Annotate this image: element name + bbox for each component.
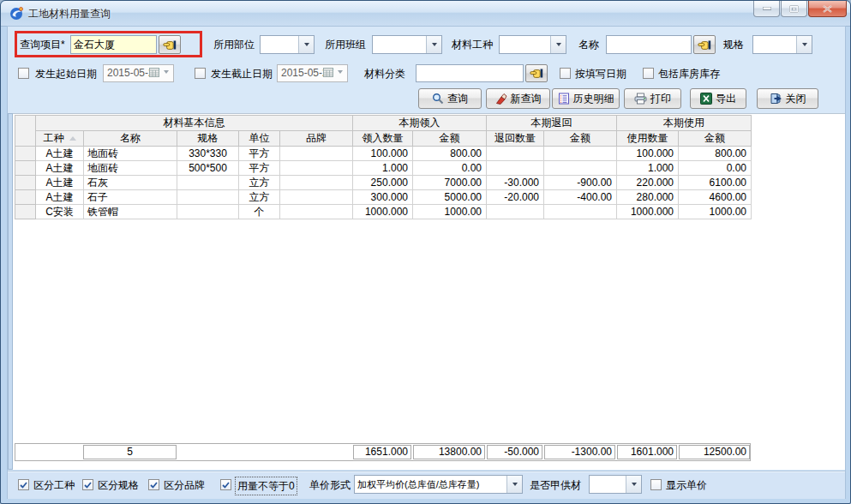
end-date-checkbox[interactable] bbox=[195, 68, 206, 79]
query-button[interactable]: 查询 bbox=[418, 88, 482, 109]
cell[interactable]: 500*500 bbox=[177, 161, 239, 176]
cell[interactable]: 800.00 bbox=[413, 147, 487, 161]
close-button[interactable] bbox=[808, 1, 847, 17]
cell[interactable]: -400.00 bbox=[544, 190, 617, 205]
col-header-ret-qty[interactable]: 退回数量 bbox=[487, 131, 544, 147]
cell[interactable]: 地面砖 bbox=[84, 161, 177, 176]
cell[interactable]: -20.000 bbox=[487, 190, 544, 205]
cell[interactable]: 铁管帽 bbox=[84, 205, 177, 219]
cell[interactable] bbox=[280, 176, 353, 190]
end-date-field[interactable]: 2015-05-27 bbox=[277, 64, 348, 82]
new-query-button[interactable]: 新查询 bbox=[486, 88, 550, 109]
cell[interactable]: 立方 bbox=[239, 176, 280, 190]
cell[interactable]: 100.000 bbox=[617, 147, 679, 161]
cell[interactable]: 0.00 bbox=[413, 161, 487, 176]
project-picker-button[interactable] bbox=[159, 35, 181, 54]
cell[interactable] bbox=[177, 190, 239, 205]
cell[interactable]: 平方 bbox=[239, 147, 280, 161]
category-input[interactable] bbox=[416, 64, 524, 82]
cell[interactable]: 1.000 bbox=[617, 161, 679, 176]
cell[interactable]: -30.000 bbox=[487, 176, 544, 190]
by-fill-date-checkbox[interactable] bbox=[560, 68, 571, 79]
cell[interactable]: 1000.00 bbox=[679, 205, 752, 219]
cell[interactable]: 石灰 bbox=[84, 176, 177, 190]
export-button[interactable]: 导出 bbox=[690, 88, 746, 109]
col-header-name[interactable]: 名称 bbox=[84, 131, 177, 147]
cell[interactable]: 1000.00 bbox=[413, 205, 487, 219]
cell[interactable]: A土建 bbox=[36, 161, 84, 176]
split-trade-checkbox[interactable] bbox=[18, 479, 29, 490]
cell[interactable]: 平方 bbox=[239, 161, 280, 176]
cell[interactable]: -900.00 bbox=[544, 176, 617, 190]
cell[interactable]: 220.000 bbox=[617, 176, 679, 190]
cell[interactable]: 立方 bbox=[239, 190, 280, 205]
cell[interactable]: 1000.000 bbox=[353, 205, 413, 219]
cell[interactable]: 石子 bbox=[84, 190, 177, 205]
col-header-ret-amt[interactable]: 金额 bbox=[544, 131, 617, 147]
minimize-button[interactable] bbox=[753, 1, 780, 17]
project-input[interactable] bbox=[70, 35, 157, 54]
cell[interactable] bbox=[487, 161, 544, 176]
cell[interactable]: 250.000 bbox=[353, 176, 413, 190]
cell[interactable]: 1.000 bbox=[353, 161, 413, 176]
cell[interactable]: 1000.000 bbox=[617, 205, 679, 219]
part-combo[interactable] bbox=[260, 35, 315, 54]
cell[interactable] bbox=[280, 205, 353, 219]
col-header-brand[interactable]: 品牌 bbox=[280, 131, 353, 147]
cell[interactable]: 300.000 bbox=[353, 190, 413, 205]
print-button[interactable]: 打印 bbox=[624, 88, 681, 109]
cell[interactable] bbox=[544, 147, 617, 161]
spec-combo[interactable] bbox=[752, 35, 812, 54]
include-warehouse-checkbox[interactable] bbox=[643, 68, 654, 79]
cell[interactable]: 280.000 bbox=[617, 190, 679, 205]
cell[interactable] bbox=[280, 161, 353, 176]
col-header-use-amt[interactable]: 金额 bbox=[679, 131, 752, 147]
col-header-spec[interactable]: 规格 bbox=[177, 131, 239, 147]
cell[interactable]: 330*330 bbox=[177, 147, 239, 161]
owner-supplied-combo[interactable] bbox=[589, 475, 642, 494]
row-selector[interactable] bbox=[15, 161, 36, 176]
cell[interactable]: 100.000 bbox=[353, 147, 413, 161]
close-form-button[interactable]: 关闭 bbox=[757, 88, 818, 109]
cell[interactable]: 地面砖 bbox=[84, 147, 177, 161]
cell[interactable]: 0.00 bbox=[679, 161, 752, 176]
col-header-use-qty[interactable]: 使用数量 bbox=[617, 131, 679, 147]
cell[interactable]: 4600.00 bbox=[679, 190, 752, 205]
history-detail-button[interactable]: 历史明细 bbox=[552, 88, 620, 109]
cell[interactable]: C安装 bbox=[36, 205, 84, 219]
cell[interactable] bbox=[487, 147, 544, 161]
row-selector[interactable] bbox=[15, 176, 36, 190]
cell[interactable]: A土建 bbox=[36, 190, 84, 205]
cell[interactable]: 5000.00 bbox=[413, 190, 487, 205]
col-header-recv-qty[interactable]: 领入数量 bbox=[353, 131, 413, 147]
category-picker-button[interactable] bbox=[525, 64, 548, 82]
row-selector[interactable] bbox=[15, 190, 36, 205]
cell[interactable]: 6100.00 bbox=[679, 176, 752, 190]
split-spec-checkbox[interactable] bbox=[82, 479, 93, 490]
price-mode-combo[interactable]: 加权平均价(总库值/总库存量) bbox=[354, 475, 523, 494]
trade-combo[interactable] bbox=[499, 35, 566, 54]
name-picker-button[interactable] bbox=[693, 35, 716, 54]
cell[interactable] bbox=[280, 147, 353, 161]
cell[interactable]: 800.00 bbox=[679, 147, 752, 161]
cell[interactable]: 个 bbox=[239, 205, 280, 219]
cell[interactable] bbox=[177, 205, 239, 219]
cell[interactable]: 7000.00 bbox=[413, 176, 487, 190]
col-header-trade[interactable]: 工种 bbox=[36, 131, 84, 147]
maximize-button[interactable] bbox=[781, 1, 807, 17]
show-unit-price-checkbox[interactable] bbox=[650, 479, 662, 490]
col-header-recv-amt[interactable]: 金额 bbox=[413, 131, 487, 147]
row-selector[interactable] bbox=[15, 205, 36, 219]
cell[interactable] bbox=[177, 176, 239, 190]
cell[interactable] bbox=[487, 205, 544, 219]
cell[interactable] bbox=[544, 161, 617, 176]
nonzero-usage-checkbox[interactable] bbox=[220, 479, 231, 490]
col-header-unit[interactable]: 单位 bbox=[239, 131, 280, 147]
team-combo[interactable] bbox=[372, 35, 442, 54]
cell[interactable]: A土建 bbox=[36, 176, 84, 190]
name-input[interactable] bbox=[606, 35, 692, 54]
cell[interactable] bbox=[280, 190, 353, 205]
cell[interactable] bbox=[544, 205, 617, 219]
split-brand-checkbox[interactable] bbox=[148, 479, 159, 490]
start-date-field[interactable]: 2015-05-27 bbox=[103, 64, 174, 82]
